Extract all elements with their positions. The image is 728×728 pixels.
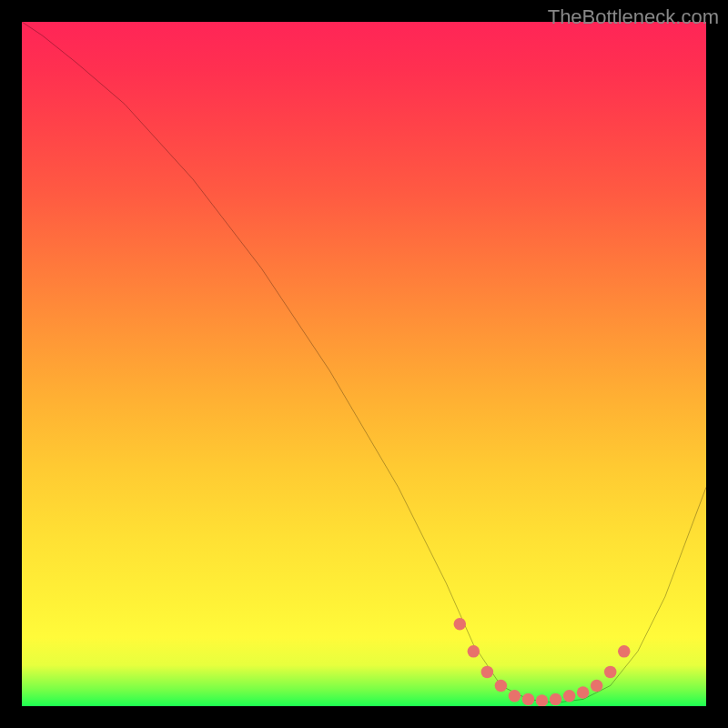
marker-dot — [604, 666, 617, 679]
marker-dot — [550, 693, 562, 706]
marker-dot — [536, 694, 549, 706]
curve-svg — [22, 22, 706, 706]
bottleneck-curve — [22, 22, 706, 703]
marker-dot — [618, 645, 631, 658]
chart-container: TheBottleneck.com — [0, 0, 728, 728]
marker-dot — [495, 680, 508, 693]
optimal-range-markers — [454, 618, 631, 706]
marker-dot — [577, 686, 590, 699]
marker-dot — [481, 666, 494, 679]
marker-dot — [509, 690, 521, 703]
marker-dot — [563, 690, 576, 703]
marker-dot — [468, 645, 480, 658]
marker-dot — [522, 693, 535, 706]
watermark-text: TheBottleneck.com — [548, 5, 719, 29]
plot-area — [22, 22, 706, 706]
marker-dot — [591, 680, 603, 693]
marker-dot — [454, 618, 467, 631]
